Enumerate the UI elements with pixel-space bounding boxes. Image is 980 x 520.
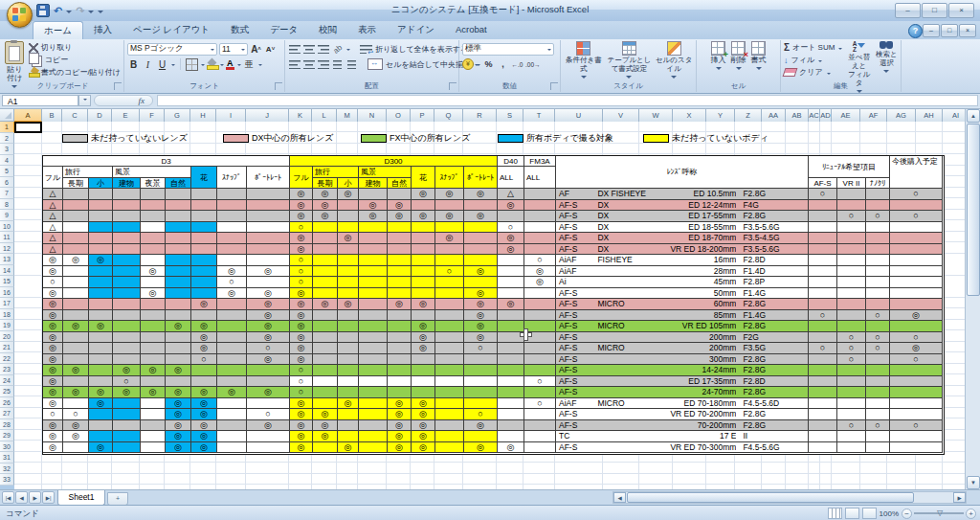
mark-cell-d3[interactable] xyxy=(247,365,290,376)
mark-cell-d300[interactable] xyxy=(435,222,464,234)
column-header-AG[interactable]: AG xyxy=(887,109,916,122)
lens-name-cell[interactable]: AFDX FISHEYEED 10.5mmF2.8G xyxy=(556,189,809,200)
mark-cell-d3[interactable]: ○ xyxy=(113,376,141,388)
header-fm3a-all[interactable]: ALL xyxy=(524,167,556,189)
mark-cell-renewal[interactable] xyxy=(866,266,890,278)
mark-cell-d300[interactable]: ○ xyxy=(290,255,313,266)
mark-cell-fm3a[interactable]: ○ xyxy=(524,376,556,388)
mark-cell-d3[interactable]: ◎ xyxy=(141,288,166,300)
mark-cell-d3[interactable] xyxy=(89,310,113,322)
mark-cell-plan[interactable] xyxy=(890,244,943,256)
mark-cell-d3[interactable] xyxy=(141,376,166,388)
mark-cell-d3[interactable]: ◎ xyxy=(63,431,89,442)
row-header-27[interactable]: 27 xyxy=(0,408,14,419)
row-header-13[interactable]: 13 xyxy=(0,254,14,265)
column-header-AI[interactable]: AI xyxy=(943,109,965,122)
mark-cell-d3[interactable] xyxy=(89,288,113,300)
mark-cell-d3[interactable] xyxy=(191,277,217,288)
mark-cell-fm3a[interactable] xyxy=(524,365,556,376)
mark-cell-renewal[interactable] xyxy=(809,431,837,442)
row-header-7[interactable]: 7 xyxy=(0,188,14,199)
mark-cell-d300[interactable] xyxy=(359,266,388,278)
conditional-formatting-button[interactable]: 条件付き書式 xyxy=(564,41,604,81)
mark-cell-d300[interactable]: ◎ xyxy=(290,244,313,256)
mark-cell-d3[interactable] xyxy=(89,431,113,442)
mark-cell-d300[interactable] xyxy=(412,255,435,266)
mark-cell-d300[interactable] xyxy=(464,365,498,376)
mark-cell-d3[interactable] xyxy=(166,200,191,212)
column-header-N[interactable]: N xyxy=(358,109,387,122)
mark-cell-renewal[interactable] xyxy=(809,233,837,244)
mark-cell-d3[interactable] xyxy=(217,431,247,442)
mark-cell-d3[interactable] xyxy=(166,255,191,266)
mark-cell-d3[interactable] xyxy=(141,277,166,288)
lens-name-cell[interactable]: AF-S24-70mmF2.8GED xyxy=(556,387,809,398)
mark-cell-d300[interactable] xyxy=(435,376,464,388)
column-header-R[interactable]: R xyxy=(463,109,497,122)
mark-cell-d300[interactable] xyxy=(412,222,435,234)
mark-cell-d300[interactable] xyxy=(412,365,435,376)
mark-cell-d3[interactable] xyxy=(247,398,290,410)
row-header-29[interactable]: 29 xyxy=(0,430,14,441)
mark-cell-d40[interactable] xyxy=(498,266,524,278)
mark-cell-d300[interactable] xyxy=(388,310,412,322)
mark-cell-d300[interactable] xyxy=(388,244,412,256)
mark-cell-d300[interactable] xyxy=(435,343,464,354)
mark-cell-d3[interactable] xyxy=(217,244,247,256)
row-header-22[interactable]: 22 xyxy=(0,353,14,365)
mark-cell-d3[interactable] xyxy=(141,354,166,366)
mark-cell-renewal[interactable] xyxy=(866,222,890,234)
mark-cell-d3[interactable] xyxy=(247,255,290,266)
mark-cell-d3[interactable]: ◎ xyxy=(43,332,63,344)
mark-cell-renewal[interactable] xyxy=(809,376,837,388)
mark-cell-renewal[interactable] xyxy=(837,255,866,266)
mark-cell-d3[interactable] xyxy=(217,365,247,376)
mark-cell-d300[interactable]: ◎ xyxy=(290,189,313,200)
mark-cell-d3[interactable] xyxy=(113,409,141,420)
mark-cell-d300[interactable] xyxy=(388,376,412,388)
mark-cell-d3[interactable] xyxy=(191,288,217,300)
mark-cell-d3[interactable] xyxy=(113,442,141,454)
header-travel[interactable]: 旅行 xyxy=(313,167,359,178)
mark-cell-d300[interactable] xyxy=(435,255,464,266)
horizontal-scroll-thumb[interactable] xyxy=(627,492,914,503)
mark-cell-d3[interactable] xyxy=(89,244,113,256)
column-header-C[interactable]: C xyxy=(62,109,88,122)
mark-cell-d3[interactable]: ◎ xyxy=(43,354,63,366)
mark-cell-d3[interactable]: ◎ xyxy=(43,299,63,310)
sheet-grid[interactable]: 未だ持っていないレンズDX中心の所有レンズFX中心の所有レンズ所有ボディで撮る対… xyxy=(14,122,965,489)
mark-cell-d300[interactable] xyxy=(464,222,498,234)
mark-cell-renewal[interactable] xyxy=(866,365,890,376)
row-header-18[interactable]: 18 xyxy=(0,309,14,321)
sheet-nav-icon-3[interactable]: ▶| xyxy=(42,491,55,504)
mark-cell-d3[interactable] xyxy=(141,343,166,354)
vertical-scroll-thumb[interactable] xyxy=(967,124,980,296)
mark-cell-d3[interactable]: ◎ xyxy=(63,420,89,432)
mark-cell-d3[interactable] xyxy=(113,288,141,300)
copy-button[interactable]: コピー xyxy=(29,54,121,66)
mark-cell-d3[interactable] xyxy=(63,244,89,256)
font-size-select[interactable]: 11 xyxy=(219,43,248,56)
mark-cell-d3[interactable]: ◎ xyxy=(247,354,290,366)
mark-cell-d300[interactable] xyxy=(359,222,388,234)
mark-cell-d300[interactable]: ◎ xyxy=(388,420,412,432)
lens-name-cell[interactable]: AF-SDXED 18-55mmF3.5-5.6GII xyxy=(556,222,809,234)
currency-format-icon[interactable]: ¥ xyxy=(462,58,474,70)
mark-cell-plan[interactable]: ○ xyxy=(890,420,943,432)
italic-button[interactable]: I xyxy=(142,57,154,71)
mark-cell-d300[interactable] xyxy=(388,222,412,234)
mark-cell-d3[interactable] xyxy=(63,354,89,366)
lens-name-cell[interactable]: AF-SVR ED 70-300mmF4.5-5.6G xyxy=(556,442,809,454)
mark-cell-d3[interactable] xyxy=(217,442,247,454)
sheet-nav-icon-1[interactable]: ◀ xyxy=(15,491,28,504)
mark-cell-d300[interactable] xyxy=(464,387,498,398)
row-header-5[interactable]: 5 xyxy=(0,166,14,177)
mark-cell-d300[interactable] xyxy=(313,233,338,244)
ribbon-tab-Acrobat[interactable]: Acrobat xyxy=(445,21,498,39)
mark-cell-fm3a[interactable] xyxy=(524,299,556,310)
mark-cell-d3[interactable] xyxy=(191,266,217,278)
row-header-26[interactable]: 26 xyxy=(0,397,14,409)
mark-cell-d3[interactable] xyxy=(166,288,191,300)
mark-cell-renewal[interactable] xyxy=(837,277,866,288)
mark-cell-d3[interactable] xyxy=(113,222,141,234)
